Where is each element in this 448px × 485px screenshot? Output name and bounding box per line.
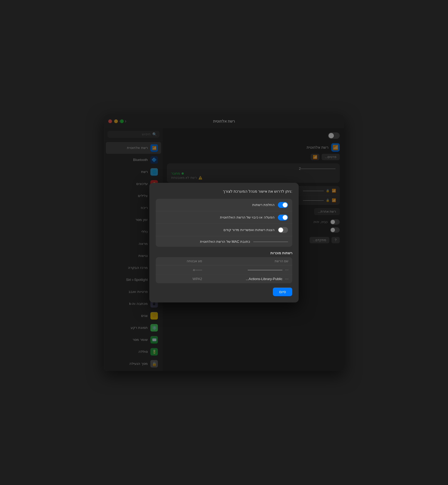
- known-row-2-security: WPA2: [159, 277, 202, 281]
- known-networks-table: שם הרשת סוג אבטחה ⋯ —————————— ——א ⋯ Act…: [156, 257, 292, 283]
- modal-row-1: החלפת רשתות: [156, 199, 292, 211]
- toggle-switch-legacy[interactable]: [278, 227, 288, 233]
- known-network-row-2: ⋯ Actions-Library-Public... WPA2: [156, 274, 292, 283]
- modal-overlay: :ניתן לדרוש את אישור מנהל המערכת לצורך ה…: [104, 114, 344, 371]
- modal-row-4-label: כתובת MAC של הרשת האלחוטית: [160, 240, 250, 244]
- modal-dialog: :ניתן לדרוש את אישור מנהל המערכת לצורך ה…: [149, 183, 299, 302]
- modal-row-1-label: החלפת רשתות: [160, 203, 275, 207]
- known-row-1-security: ——א: [159, 268, 202, 272]
- known-networks-section: רשתות מוכרות שם הרשת סוג אבטחה ⋯ ———————…: [156, 251, 292, 283]
- modal-row-4-value: ——————————: [253, 240, 288, 244]
- known-row-1-name: ——————————: [205, 268, 282, 272]
- col-security-label: סוג אבטחה: [159, 259, 202, 263]
- modal-row-3: הצגת רשתות ואפשריות מדור קודם: [156, 224, 292, 236]
- modal-toggles-section: החלפת רשתות הפעלה או כיבוי של הרשת האלחו…: [156, 199, 292, 247]
- modal-done-button[interactable]: סיום: [273, 288, 292, 296]
- toggle-switch-onoff[interactable]: [278, 215, 288, 220]
- col-network-label: שם הרשת: [202, 259, 289, 263]
- modal-title: :ניתן לדרוש את אישור מנהל המערכת לצורך: [156, 189, 292, 193]
- known-networks-title: רשתות מוכרות: [156, 251, 292, 255]
- modal-row-3-label: הצגת רשתות ואפשריות מדור קודם: [160, 228, 275, 232]
- main-window: ‹ › רשת אלחוטית 📶 רשת אלחוטית פרטים... 📶: [104, 114, 344, 371]
- toggle-knob-onoff: [283, 215, 287, 220]
- known-row-1-menu[interactable]: ⋯: [285, 268, 289, 272]
- toggle-knob-legacy: [278, 228, 283, 232]
- toggle-switch-networks[interactable]: [278, 202, 288, 208]
- modal-row-2-label: הפעלה או כיבוי של הרשת האלחוטית: [160, 215, 275, 219]
- toggle-knob-networks: [283, 203, 287, 207]
- modal-row-4: —————————— כתובת MAC של הרשת האלחוטית: [156, 236, 292, 247]
- modal-row-2: הפעלה או כיבוי של הרשת האלחוטית: [156, 211, 292, 224]
- known-row-2-name: Actions-Library-Public...: [205, 277, 282, 281]
- known-network-row-1: ⋯ —————————— ——א: [156, 265, 292, 274]
- known-networks-header: שם הרשת סוג אבטחה: [156, 257, 292, 265]
- known-row-2-menu[interactable]: ⋯: [285, 277, 289, 281]
